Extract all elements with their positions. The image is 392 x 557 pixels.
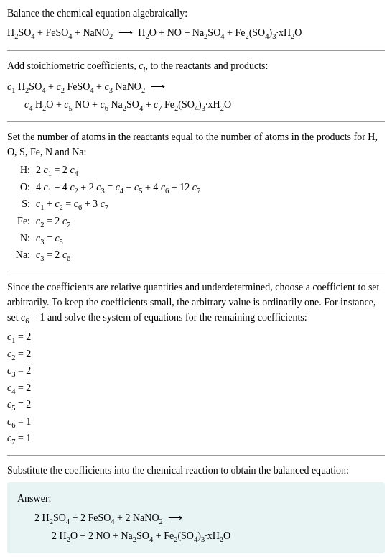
divider (7, 455, 385, 456)
stoich-equation: c1 H2SO4 + c2 FeSO4 + c3 NaNO2 ⟶ c4 H2O … (7, 79, 385, 114)
element-label: H: (10, 162, 30, 178)
list-item: c6 = 1 (7, 414, 385, 431)
balance-eq: c1 + c2 = c6 + 3 c7 (36, 196, 108, 213)
table-row: H: 2 c1 = 2 c4 (10, 162, 385, 180)
answer-box: Answer: 2 H2SO4 + 2 FeSO4 + 2 NaNO2 ⟶ 2 … (7, 482, 385, 553)
element-label: N: (10, 231, 30, 246)
underdetermined-text: Since the coefficients are relative quan… (7, 280, 385, 327)
table-row: Na: c3 = 2 c6 (10, 247, 385, 264)
answer-label: Answer: (17, 491, 375, 506)
divider (7, 121, 385, 122)
atoms-intro: Set the number of atoms in the reactants… (7, 129, 385, 160)
element-label: O: (10, 180, 30, 195)
table-row: Fe: c2 = 2 c7 (10, 213, 385, 231)
element-label: Fe: (10, 213, 30, 229)
list-item: c3 = 2 (7, 363, 385, 380)
substitute-text: Substitute the coefficients into the che… (7, 463, 385, 478)
list-item: c2 = 2 (7, 346, 385, 364)
stoich-text: Add stoichiometric coefficients, ci, to … (7, 58, 385, 75)
intro-equation: H2SO4 + FeSO4 + NaNO2 ⟶ H2O + NO + Na2SO… (7, 25, 385, 43)
balance-eq: c3 = 2 c6 (36, 247, 70, 264)
balance-eq: 4 c1 + 4 c2 + 2 c3 = c4 + c5 + 4 c6 + 12… (36, 180, 200, 197)
list-item: c7 = 1 (7, 431, 385, 448)
element-label: S: (10, 196, 30, 211)
balance-eq: c3 = c5 (36, 231, 63, 248)
answer-equation: 2 H2SO4 + 2 FeSO4 + 2 NaNO2 ⟶ (34, 510, 375, 528)
answer-equation-line2: 2 H2O + 2 NO + Na2SO4 + Fe2(SO4)3·xH2O (52, 528, 375, 546)
list-item: c1 = 2 (7, 329, 385, 346)
list-item: c4 = 2 (7, 380, 385, 397)
balance-eq: c2 = 2 c7 (36, 213, 70, 231)
table-row: N: c3 = c5 (10, 231, 385, 248)
divider (7, 272, 385, 272)
table-row: S: c1 + c2 = c6 + 3 c7 (10, 196, 385, 213)
coefficient-list: c1 = 2 c2 = 2 c3 = 2 c4 = 2 c5 = 2 c6 = … (7, 329, 385, 448)
balance-eq: 2 c1 = 2 c4 (36, 162, 78, 180)
intro-text: Balance the chemical equation algebraica… (7, 6, 385, 21)
atom-balance-table: H: 2 c1 = 2 c4 O: 4 c1 + 4 c2 + 2 c3 = c… (10, 162, 385, 264)
divider (7, 50, 385, 51)
table-row: O: 4 c1 + 4 c2 + 2 c3 = c4 + c5 + 4 c6 +… (10, 180, 385, 197)
element-label: Na: (10, 247, 30, 262)
list-item: c5 = 2 (7, 397, 385, 414)
